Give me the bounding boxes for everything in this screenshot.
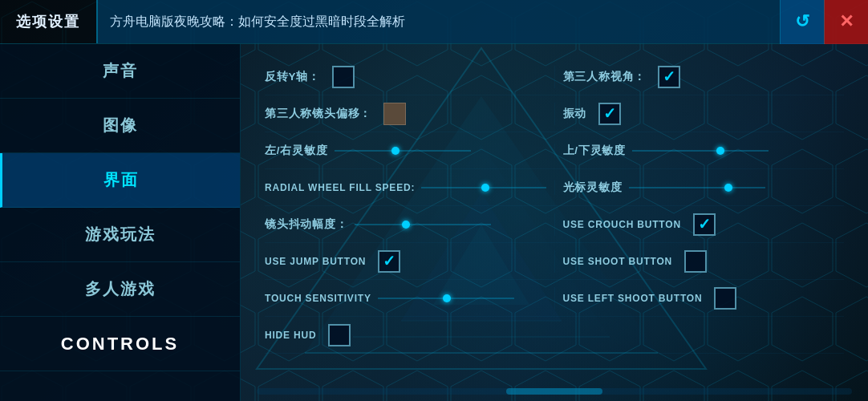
label-crouch-button: USE CROUCH BUTTON [563, 219, 681, 230]
col-left-3: RADIAL WHEEL FILL SPEED: [265, 182, 554, 193]
slider-lr[interactable] [335, 150, 546, 152]
checkbox-third-person-cam[interactable] [658, 66, 680, 88]
sidebar: 声音 图像 界面 游戏玩法 多人游戏 CONTROLS [0, 44, 241, 401]
label-hide-hud: HIDE HUD [265, 330, 316, 341]
slider-cursor-thumb [724, 184, 732, 192]
label-ud-sensitivity: 上/下灵敏度 [563, 144, 627, 158]
checkbox-invert-y[interactable] [332, 66, 355, 88]
col-left-6: TOUCH SENSITIVITY [265, 293, 554, 304]
label-invert-y: 反转Y轴： [265, 70, 320, 84]
sidebar-item-gameplay[interactable]: 游戏玩法 [0, 208, 240, 262]
slider-radial-track [421, 187, 546, 188]
label-jump-button: USE JUMP BUTTON [265, 256, 366, 267]
slider-cam-shake-track [355, 224, 491, 225]
col-left-5: USE JUMP BUTTON [265, 250, 554, 273]
label-third-person-cam: 第三人称视角： [563, 70, 647, 84]
settings-row-2: 左/右灵敏度 上/下灵敏度 [265, 132, 844, 169]
sidebar-item-sound[interactable]: 声音 [0, 44, 240, 99]
slider-cam-shake[interactable] [355, 224, 546, 225]
label-radial-wheel: RADIAL WHEEL FILL SPEED: [265, 182, 415, 193]
col-left-7: HIDE HUD [265, 324, 554, 346]
slider-ud-thumb [716, 147, 724, 155]
col-right-1: 振动 [554, 103, 845, 125]
settings-row-6: TOUCH SENSITIVITY USE LEFT SHOOT BUTTON [265, 280, 844, 317]
slider-lr-track [335, 150, 471, 152]
settings-row-3: RADIAL WHEEL FILL SPEED: 光标灵敏度 [265, 169, 844, 206]
article-title: 方舟电脑版夜晚攻略：如何安全度过黑暗时段全解析 [96, 0, 780, 43]
checkbox-shoot-button[interactable] [684, 250, 707, 273]
slider-cam-shake-thumb [402, 221, 410, 229]
close-button[interactable]: ✕ [824, 0, 868, 44]
sidebar-item-controls[interactable]: CONTROLS [0, 317, 240, 371]
slider-radial[interactable] [421, 187, 546, 188]
sidebar-item-multiplayer[interactable]: 多人游戏 [0, 262, 240, 317]
settings-row-7: HIDE HUD [265, 317, 844, 354]
checkbox-hide-hud[interactable] [328, 324, 351, 346]
settings-row-5: USE JUMP BUTTON USE SHOOT BUTTON [265, 243, 844, 280]
checkbox-vibration[interactable] [598, 103, 621, 125]
col-right-0: 第三人称视角： [554, 66, 845, 88]
slider-radial-thumb [481, 184, 489, 192]
label-left-shoot: USE LEFT SHOOT BUTTON [563, 293, 703, 304]
label-shoot-button: USE SHOOT BUTTON [563, 256, 673, 267]
main-content: 反转Y轴： 第三人称视角： 第三人称镜头偏移： 振动 左/右灵敏度 [241, 44, 868, 401]
col-right-3: 光标灵敏度 [554, 180, 845, 195]
label-lr-sensitivity: 左/右灵敏度 [265, 144, 328, 158]
label-vibration: 振动 [563, 107, 587, 121]
slider-cursor[interactable] [629, 187, 845, 188]
col-right-4: USE CROUCH BUTTON [554, 213, 845, 236]
col-left-4: 镜头抖动幅度： [265, 217, 554, 232]
label-cursor-sensitivity: 光标灵敏度 [563, 180, 623, 195]
page-title: 选项设置 [0, 12, 96, 31]
slider-ud[interactable] [632, 150, 844, 152]
slider-touch[interactable] [378, 298, 546, 299]
settings-row-0: 反转Y轴： 第三人称视角： [265, 59, 844, 95]
slider-touch-thumb [443, 294, 451, 302]
sidebar-item-interface[interactable]: 界面 [0, 153, 240, 208]
col-left-2: 左/右灵敏度 [265, 144, 554, 158]
col-right-5: USE SHOOT BUTTON [554, 250, 845, 273]
sidebar-item-image[interactable]: 图像 [0, 99, 240, 153]
label-cam-shake: 镜头抖动幅度： [265, 217, 348, 232]
settings-row-4: 镜头抖动幅度： USE CROUCH BUTTON [265, 206, 844, 243]
col-right-6: USE LEFT SHOOT BUTTON [554, 287, 845, 310]
col-left-0: 反转Y轴： [265, 66, 554, 88]
settings-row-1: 第三人称镜头偏移： 振动 [265, 95, 844, 132]
checkbox-jump-button[interactable] [378, 250, 400, 273]
label-touch-sensitivity: TOUCH SENSITIVITY [265, 293, 371, 304]
label-cam-offset: 第三人称镜头偏移： [265, 107, 371, 121]
col-right-2: 上/下灵敏度 [554, 144, 845, 158]
slider-lr-thumb [391, 147, 400, 155]
slider-ud-track [632, 150, 769, 152]
checkbox-crouch-button[interactable] [693, 213, 716, 236]
color-swatch-cam[interactable] [383, 103, 406, 125]
top-bar: 选项设置 方舟电脑版夜晚攻略：如何安全度过黑暗时段全解析 ↺ ✕ [0, 0, 868, 44]
col-left-1: 第三人称镜头偏移： [265, 103, 554, 125]
undo-button[interactable]: ↺ [780, 0, 824, 44]
checkbox-left-shoot[interactable] [714, 287, 736, 310]
slider-touch-track [378, 298, 514, 299]
slider-cursor-track [629, 187, 765, 188]
